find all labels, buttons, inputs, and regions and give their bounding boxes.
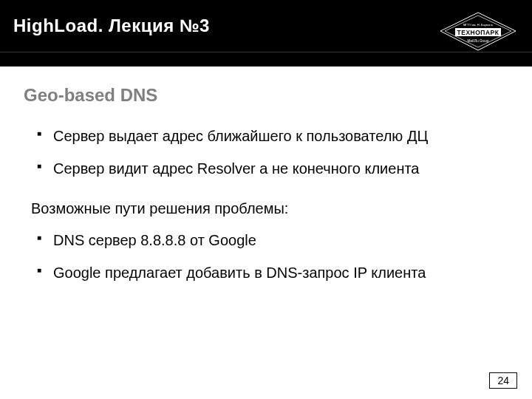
logo-mid-text: ТЕХНОПАРК [457, 29, 499, 36]
lecture-title: HighLoad. Лекция №3 [13, 16, 210, 36]
list-item: Google предлагает добавить в DNS-запрос … [37, 263, 510, 282]
technopark-logo: МГТУ им. Н. Баумана ТЕХНОПАРК Mail.Ru Gr… [437, 11, 519, 52]
section-title: Geo-based DNS [24, 85, 510, 106]
header-accent [0, 52, 532, 66]
list-item: Сервер видит адрес Resolver а не конечно… [37, 159, 510, 178]
page-number: 24 [489, 372, 517, 389]
paragraph: Возможные пути решения проблемы: [31, 200, 510, 217]
list-item: DNS сервер 8.8.8.8 от Google [37, 231, 510, 250]
list-item: Сервер выдает адрес ближайшего к пользов… [37, 126, 510, 146]
logo-top-text: МГТУ им. Н. Баумана [463, 23, 494, 27]
bullet-list-a: Сервер выдает адрес ближайшего к пользов… [24, 126, 510, 178]
logo-bottom-text: Mail.Ru Group [467, 39, 489, 43]
content-area: Geo-based DNS Сервер выдает адрес ближай… [24, 85, 510, 296]
slide: HighLoad. Лекция №3 МГТУ им. Н. Баумана … [0, 0, 532, 399]
bullet-list-b: DNS сервер 8.8.8.8 от Google Google пред… [24, 231, 510, 282]
